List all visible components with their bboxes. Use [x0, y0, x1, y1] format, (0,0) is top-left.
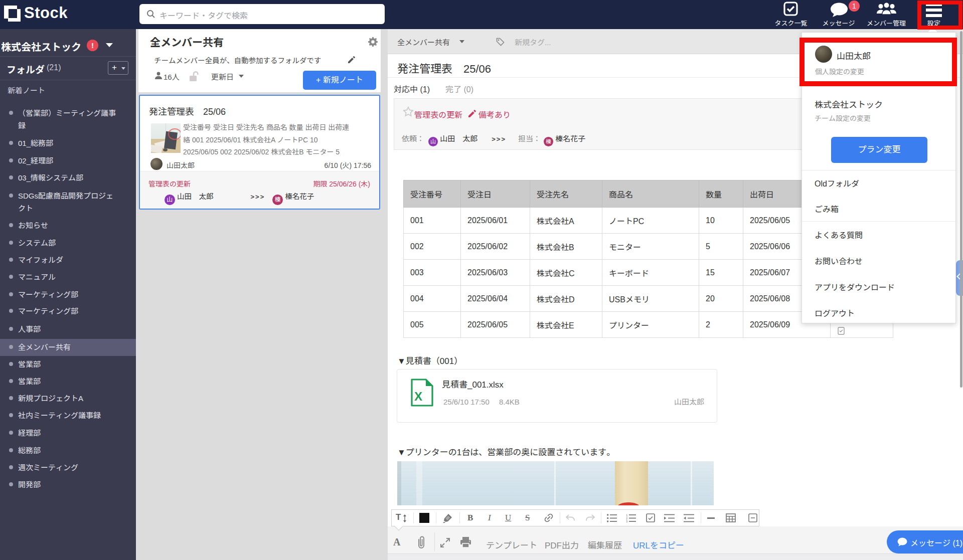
svg-text:1: 1	[626, 514, 628, 517]
svg-text:X: X	[414, 390, 422, 403]
svg-text:3: 3	[626, 520, 628, 522]
